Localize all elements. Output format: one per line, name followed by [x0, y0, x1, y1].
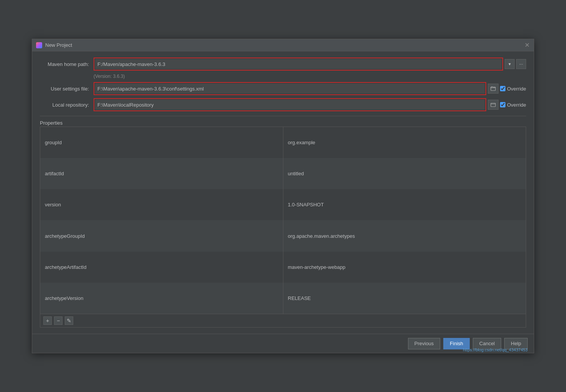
- edit-property-button[interactable]: ✎: [65, 316, 73, 325]
- settings-browse-btn[interactable]: [488, 84, 499, 94]
- section-divider: [40, 116, 526, 116]
- svg-rect-1: [491, 103, 495, 107]
- local-repo-browse-btn[interactable]: [488, 100, 499, 110]
- user-settings-input[interactable]: [95, 84, 485, 94]
- user-settings-row: User settings file: Override: [40, 82, 526, 95]
- property-key: archetypeArtifactId: [40, 252, 283, 283]
- properties-wrapper: groupIdorg.exampleartifactIduntitledvers…: [40, 127, 526, 328]
- table-row[interactable]: archetypeVersionRELEASE: [40, 283, 526, 314]
- add-property-button[interactable]: +: [43, 316, 52, 325]
- svg-rect-0: [491, 87, 495, 91]
- new-project-dialog: New Project ✕ Maven home path: ▾ ··· (Ve…: [32, 39, 534, 353]
- property-value: RELEASE: [283, 283, 526, 314]
- user-settings-label: User settings file:: [40, 86, 94, 92]
- local-repo-override-label: Override: [507, 102, 526, 108]
- table-row[interactable]: archetypeGroupIdorg.apache.maven.archety…: [40, 220, 526, 251]
- maven-home-input-wrap: ▾ ···: [94, 58, 526, 71]
- app-icon: [36, 42, 42, 48]
- property-value: 1.0-SNAPSHOT: [283, 189, 526, 220]
- dialog-title: New Project: [45, 42, 72, 48]
- footer-url: https://blog.csdn.net/qq_43437453: [463, 348, 528, 352]
- settings-override-label: Override: [507, 86, 526, 92]
- maven-home-dropdown-btn[interactable]: ▾: [505, 59, 515, 69]
- property-value: untitled: [283, 158, 526, 189]
- local-repo-row: Local repository: Override: [40, 98, 526, 111]
- property-key: version: [40, 189, 283, 220]
- table-row[interactable]: groupIdorg.example: [40, 127, 526, 158]
- property-value: org.example: [283, 127, 526, 158]
- property-key: archetypeVersion: [40, 283, 283, 314]
- settings-override-checkbox[interactable]: [500, 86, 505, 91]
- local-repo-highlight: [94, 98, 486, 111]
- maven-home-browse-btn[interactable]: ···: [516, 59, 526, 69]
- maven-home-label: Maven home path:: [40, 61, 94, 67]
- title-bar: New Project ✕: [32, 39, 534, 51]
- maven-home-row: Maven home path: ▾ ···: [40, 58, 526, 71]
- property-value: org.apache.maven.archetypes: [283, 220, 526, 251]
- local-repo-input[interactable]: [95, 100, 485, 110]
- table-row[interactable]: archetypeArtifactIdmaven-archetype-webap…: [40, 252, 526, 283]
- remove-property-button[interactable]: −: [54, 316, 63, 325]
- maven-home-input[interactable]: [95, 59, 502, 69]
- table-row[interactable]: version1.0-SNAPSHOT: [40, 189, 526, 220]
- close-button[interactable]: ✕: [524, 42, 530, 48]
- local-repo-override-checkbox[interactable]: [500, 102, 505, 107]
- properties-table: groupIdorg.exampleartifactIduntitledvers…: [40, 127, 526, 314]
- property-value: maven-archetype-webapp: [283, 252, 526, 283]
- properties-section-label: Properties: [40, 119, 526, 127]
- local-repo-label: Local repository:: [40, 102, 94, 108]
- property-key: groupId: [40, 127, 283, 158]
- previous-button[interactable]: Previous: [408, 338, 441, 349]
- table-row[interactable]: artifactIduntitled: [40, 158, 526, 189]
- settings-highlight: [94, 82, 486, 95]
- maven-home-highlight: [94, 58, 503, 71]
- maven-version-text: (Version: 3.6.3): [94, 74, 526, 79]
- property-key: archetypeGroupId: [40, 220, 283, 251]
- dialog-footer: Previous Finish Cancel Help https://blog…: [32, 334, 534, 353]
- properties-toolbar: + − ✎: [40, 314, 526, 327]
- property-key: artifactId: [40, 158, 283, 189]
- dialog-body: Maven home path: ▾ ··· (Version: 3.6.3) …: [32, 51, 534, 334]
